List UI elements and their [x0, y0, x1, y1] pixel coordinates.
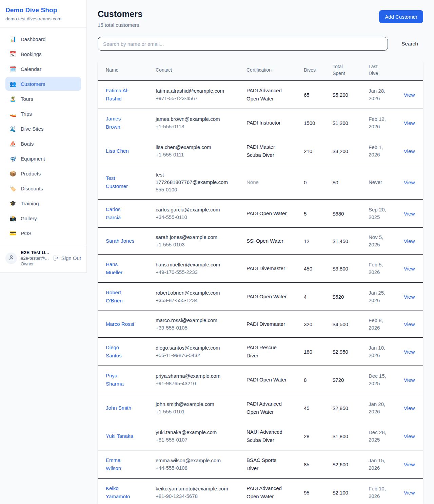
view-link[interactable]: View [404, 405, 415, 411]
customer-certification: PADI Open Water [246, 293, 287, 301]
customer-name-link[interactable]: Priya Sharma [106, 372, 135, 388]
customer-name-link[interactable]: Hans Mueller [106, 260, 135, 277]
view-link[interactable]: View [404, 349, 415, 355]
customer-total-spent: $520 [329, 283, 364, 311]
table-row: James Brown james.brown@example.com +1-5… [98, 109, 423, 137]
customer-dives: 45 [300, 394, 329, 422]
customer-name-link[interactable]: Keiko Yamamoto [106, 484, 135, 501]
view-link[interactable]: View [404, 266, 415, 272]
user-email: e2e-tester@... [21, 256, 50, 261]
view-link[interactable]: View [404, 433, 415, 439]
customers-table: Name Contact Certification Dives Total S… [98, 59, 423, 504]
customer-total-spent: $3,200 [329, 137, 364, 165]
customer-name-link[interactable]: Carlos Garcia [106, 205, 135, 222]
customer-dives: 1500 [300, 109, 329, 137]
customer-dives: 95 [300, 479, 329, 504]
sidebar-item-trips[interactable]: 🚤 Trips [5, 107, 81, 120]
column-header-dives: Dives [300, 59, 329, 81]
customer-dives: 210 [300, 137, 329, 165]
sidebar-item-dashboard[interactable]: 📊 Dashboard [5, 32, 81, 46]
training-icon: 🎓 [9, 200, 16, 207]
search-input[interactable] [98, 37, 388, 51]
sidebar-item-calendar[interactable]: 🗓️ Calendar [5, 62, 81, 76]
customer-total-spent: $1,450 [329, 228, 364, 255]
customer-name-link[interactable]: Yuki Tanaka [106, 432, 133, 440]
customer-name-link[interactable]: Robert O'Brien [106, 288, 135, 305]
view-link[interactable]: View [404, 321, 415, 327]
customer-certification: SSI Open Water [246, 237, 283, 245]
customer-name-link[interactable]: Fatima Al-Rashid [106, 87, 135, 103]
customer-last-dive: Feb 10, 2026 [369, 485, 392, 500]
sign-out-label: Sign Out [61, 255, 81, 261]
sign-out-button[interactable]: Sign Out [53, 255, 81, 261]
sidebar-item-products[interactable]: 📦 Products [5, 167, 81, 180]
customer-last-dive: Jan 10, 2026 [369, 344, 392, 359]
customer-name-link[interactable]: John Smith [106, 404, 131, 412]
user-role: Owner [21, 261, 50, 267]
customer-last-dive: Dec 15, 2025 [369, 372, 392, 387]
view-link[interactable]: View [404, 120, 415, 126]
customer-email: priya.sharma@example.com [156, 372, 234, 380]
table-row: Sarah Jones sarah.jones@example.com +1-5… [98, 228, 423, 255]
sidebar-item-gallery[interactable]: 📸 Gallery [5, 211, 81, 225]
view-link[interactable]: View [404, 92, 415, 98]
table-row: Keiko Yamamoto keiko.yamamoto@example.co… [98, 479, 423, 504]
view-link[interactable]: View [404, 462, 415, 467]
sidebar-item-equipment[interactable]: 🤿 Equipment [5, 152, 81, 165]
app-layout: Demo Dive Shop demo.test.divestreams.com… [0, 0, 434, 504]
sidebar-item-discounts[interactable]: 🏷️ Discounts [5, 182, 81, 195]
customer-name-link[interactable]: Test Customer [106, 174, 135, 190]
search-button[interactable]: Search [396, 41, 423, 47]
customer-name-link[interactable]: Lisa Chen [106, 147, 129, 155]
column-header-actions [400, 59, 423, 81]
customer-dives: 450 [300, 255, 329, 283]
sidebar-item-tours[interactable]: 🏝️ Tours [5, 92, 81, 106]
customer-certification: PADI Open Water [246, 376, 287, 384]
table-row: Priya Sharma priya.sharma@example.com +9… [98, 366, 423, 394]
table-row: Robert O'Brien robert.obrien@example.com… [98, 283, 423, 311]
customer-certification: PADI Advanced Open Water [246, 484, 289, 501]
customer-total-spent: $1,800 [329, 422, 364, 450]
customer-dives: 28 [300, 422, 329, 450]
sidebar-item-training[interactable]: 🎓 Training [5, 197, 81, 210]
view-link[interactable]: View [404, 377, 415, 383]
customer-email: john.smith@example.com [156, 400, 234, 408]
sidebar-item-boats[interactable]: ⛵ Boats [5, 137, 81, 150]
customer-email: hans.mueller@example.com [156, 261, 234, 268]
customer-name-link[interactable]: Sarah Jones [106, 237, 134, 245]
view-link[interactable]: View [404, 211, 415, 217]
add-customer-button[interactable]: Add Customer [379, 10, 423, 23]
customer-last-dive: Dec 28, 2025 [369, 429, 392, 444]
customer-total-spent: $2,600 [329, 450, 364, 479]
customer-last-dive: Never [369, 179, 382, 186]
customer-last-dive: Sep 20, 2025 [369, 206, 392, 221]
customer-phone: +81-90-1234-5678 [156, 492, 238, 500]
customer-dives: 0 [300, 165, 329, 200]
sidebar-item-dive-sites[interactable]: 🌊 Dive Sites [5, 122, 81, 135]
customer-email: keiko.yamamoto@example.com [156, 485, 234, 492]
customer-email: emma.wilson@example.com [156, 457, 234, 464]
view-link[interactable]: View [404, 148, 415, 154]
customer-name-link[interactable]: Emma Wilson [106, 456, 135, 472]
sidebar-item-pos[interactable]: 💳 POS [5, 226, 81, 240]
customer-email: diego.santos@example.com [156, 344, 234, 352]
view-link[interactable]: View [404, 180, 415, 185]
shop-domain: demo.test.divestreams.com [5, 16, 81, 21]
products-icon: 📦 [9, 170, 16, 177]
view-link[interactable]: View [404, 490, 415, 496]
view-link[interactable]: View [404, 294, 415, 300]
customer-email: fatima.alrashid@example.com [156, 87, 234, 95]
customer-phone: +34-555-0110 [156, 213, 238, 221]
customer-name-link[interactable]: Marco Rossi [106, 320, 134, 328]
sidebar-item-bookings[interactable]: 📅 Bookings [5, 47, 81, 61]
customer-dives: 5 [300, 200, 329, 228]
sidebar-item-customers[interactable]: 👥 Customers [5, 77, 81, 91]
dive-sites-icon: 🌊 [9, 126, 16, 132]
customer-certification: PADI Open Water [246, 209, 287, 218]
customer-phone: +1-555-0113 [156, 123, 238, 130]
view-link[interactable]: View [404, 238, 415, 244]
customer-email: sarah.jones@example.com [156, 234, 234, 241]
customer-name-link[interactable]: Diego Santos [106, 343, 135, 360]
customer-phone: +1-555-0101 [156, 408, 238, 415]
customer-name-link[interactable]: James Brown [106, 115, 135, 131]
